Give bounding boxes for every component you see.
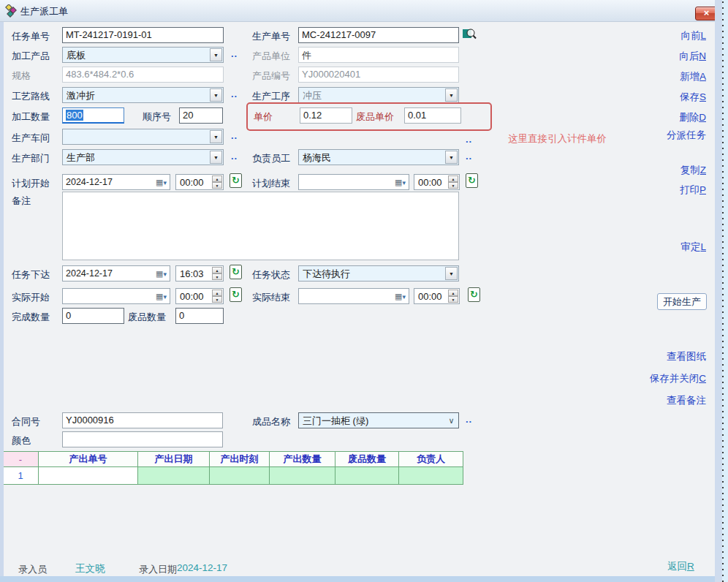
spin-down-icon[interactable]: ▼ [448, 296, 458, 303]
issued-time[interactable]: 16:03 ▲▼ [175, 265, 224, 281]
plan-start-time[interactable]: 00:00 ▲▼ [175, 174, 224, 190]
calendar-icon[interactable]: ▦▾ [395, 291, 406, 302]
spin-up-icon[interactable]: ▲ [448, 290, 458, 296]
dept-combo[interactable]: 生产部 ▼ [62, 149, 224, 165]
sidebar-item-prev[interactable]: 向前L [680, 29, 706, 42]
contract-input[interactable]: YJ0000916 [62, 412, 223, 428]
product-combo[interactable]: 底板 ▼ [62, 47, 224, 63]
output-no-cell[interactable] [39, 467, 138, 485]
owner-cell[interactable] [399, 467, 463, 485]
chevron-down-icon[interactable]: ▼ [210, 88, 222, 102]
spin-up-icon[interactable]: ▲ [212, 267, 222, 273]
spin-up-icon[interactable]: ▲ [212, 290, 222, 296]
sidebar-item-delete[interactable]: 删除D [679, 111, 706, 124]
sidebar-item-add[interactable]: 新增A [680, 70, 706, 83]
refresh-icon[interactable]: ↻ [230, 287, 242, 302]
route-combo[interactable]: 激冲折 ▼ [62, 87, 224, 103]
plan-start-date-value: 2024-12-17 [66, 177, 113, 187]
price-more-button[interactable]: .. [466, 134, 472, 145]
workshop-more-button[interactable]: .. [231, 130, 238, 141]
actual-end-date[interactable]: ▦▾ [298, 288, 409, 304]
spin-down-icon[interactable]: ▼ [212, 296, 222, 303]
time-spinner: ▲▼ [448, 290, 458, 303]
process-combo[interactable]: 冲压 ▼ [298, 87, 459, 103]
scrap-qty-input[interactable]: 0 [175, 308, 224, 324]
time-spinner: ▲▼ [212, 290, 222, 303]
refresh-icon[interactable]: ↻ [230, 173, 242, 188]
col-header-index: - [3, 452, 39, 467]
spin-up-icon[interactable]: ▲ [212, 175, 222, 182]
table-row[interactable]: 1 [3, 467, 463, 485]
color-input[interactable] [62, 431, 223, 447]
prod-no-input[interactable]: MC-241217-0097 [298, 27, 459, 43]
actual-end-time[interactable]: 00:00 ▲▼ [414, 288, 460, 304]
workshop-combo[interactable]: ▼ [62, 129, 224, 145]
chevron-down-icon[interactable]: ▼ [210, 151, 222, 164]
qty-input[interactable]: 800 [62, 107, 124, 124]
plan-start-time-value: 00:00 [180, 177, 204, 188]
output-qty-cell[interactable] [270, 467, 335, 485]
chevron-down-icon[interactable]: ▼ [210, 130, 222, 143]
chevron-down-icon[interactable]: ▼ [210, 48, 222, 61]
refresh-icon[interactable]: ↻ [230, 265, 242, 279]
view-remark-link[interactable]: 查看备注 [667, 394, 706, 407]
issued-date-value: 2024-12-17 [66, 268, 113, 279]
finished-combo[interactable]: 三门一抽柜 (绿) ∨ [298, 412, 459, 428]
remark-textarea[interactable] [62, 192, 459, 260]
sidebar-item-copy[interactable]: 复制Z [680, 164, 706, 177]
back-link[interactable]: 返回R [667, 560, 694, 573]
calendar-icon[interactable]: ▦▾ [395, 177, 406, 188]
spin-down-icon[interactable]: ▼ [212, 182, 222, 189]
actual-start-date[interactable]: ▦▾ [62, 288, 170, 304]
route-more-button[interactable]: .. [231, 88, 238, 99]
plan-end-date[interactable]: ▦▾ [298, 174, 409, 190]
product-value: 底板 [67, 50, 86, 61]
product-more-button[interactable]: .. [231, 48, 238, 59]
start-production-button[interactable]: 开始生产 [657, 293, 707, 310]
actual-start-time[interactable]: 00:00 ▲▼ [175, 288, 224, 304]
spin-down-icon[interactable]: ▼ [448, 182, 458, 189]
app-icon [5, 4, 18, 18]
output-time-cell[interactable] [210, 467, 270, 485]
window-border-bottom [0, 576, 728, 582]
price-annotation: 这里直接引入计件单价 [508, 132, 607, 146]
sidebar-item-save[interactable]: 保存S [680, 91, 706, 104]
spin-up-icon[interactable]: ▲ [448, 175, 458, 182]
view-drawing-link[interactable]: 查看图纸 [667, 350, 706, 363]
save-and-close-link[interactable]: 保存并关闭C [650, 372, 706, 385]
chevron-down-icon[interactable]: ∨ [445, 414, 458, 427]
dept-more-button[interactable]: .. [231, 151, 238, 162]
entry-by-value: 王文晓 [75, 562, 105, 575]
sidebar-item-approve[interactable]: 审定L [680, 241, 706, 254]
dept-value: 生产部 [67, 152, 95, 163]
refresh-icon[interactable]: ↻ [468, 287, 480, 302]
employee-more-button[interactable]: .. [466, 151, 472, 162]
issued-date[interactable]: 2024-12-17 ▦▾ [62, 265, 170, 281]
employee-value: 杨海民 [303, 152, 331, 163]
plan-start-date[interactable]: 2024-12-17 ▦▾ [62, 174, 170, 190]
chevron-down-icon[interactable]: ▼ [445, 88, 458, 102]
scrap-qty-cell[interactable] [335, 467, 399, 485]
row-number-cell[interactable]: 1 [3, 467, 39, 485]
seq-input[interactable]: 20 [179, 107, 223, 124]
status-combo[interactable]: 下达待执行 ▼ [298, 265, 459, 281]
done-qty-input[interactable]: 0 [62, 308, 124, 324]
calendar-icon[interactable]: ▦▾ [156, 291, 167, 302]
sidebar-item-next[interactable]: 向后N [679, 50, 706, 63]
scrap-price-input[interactable]: 0.01 [404, 107, 461, 124]
sidebar-item-print[interactable]: 打印P [680, 184, 706, 197]
employee-combo[interactable]: 杨海民 ▼ [298, 149, 459, 165]
chevron-down-icon[interactable]: ▼ [445, 151, 458, 164]
task-no-input[interactable]: MT-241217-0191-01 [62, 27, 224, 43]
plan-end-time[interactable]: 00:00 ▲▼ [414, 174, 460, 190]
chevron-down-icon[interactable]: ▼ [445, 267, 458, 280]
finished-more-button[interactable]: .. [466, 414, 472, 425]
output-date-cell[interactable] [138, 467, 210, 485]
refresh-icon[interactable]: ↻ [466, 173, 478, 188]
search-icon[interactable] [463, 27, 477, 44]
calendar-icon[interactable]: ▦▾ [156, 268, 167, 279]
unit-price-input[interactable]: 0.12 [300, 107, 352, 124]
sidebar-item-dispatch[interactable]: 分派任务 [667, 129, 706, 142]
spin-down-icon[interactable]: ▼ [212, 273, 222, 280]
calendar-icon[interactable]: ▦▾ [156, 177, 167, 188]
